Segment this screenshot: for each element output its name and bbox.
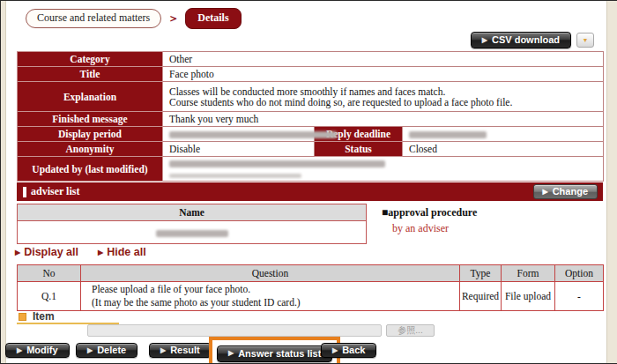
- adviser-name-table: Name: [17, 204, 367, 244]
- column-header-no: No: [18, 265, 81, 282]
- file-path-input[interactable]: [87, 324, 382, 337]
- table-row: Explanation Classes will be conducted mo…: [18, 82, 604, 112]
- row-label: Category: [18, 52, 163, 67]
- explanation-line: Classes will be conducted more smoothly …: [169, 86, 597, 97]
- column-header-type: Type: [460, 265, 502, 282]
- table-header-row: Name: [18, 204, 367, 221]
- finished-message-value: Thank you very much: [163, 112, 604, 127]
- approval-procedure: ■approval procedure by an adviser: [382, 206, 477, 235]
- item-section-header: Item: [19, 310, 55, 323]
- table-row: Title Face photo: [18, 67, 604, 82]
- column-header-form: Form: [502, 265, 555, 282]
- breadcrumb-parent[interactable]: Course and related matters: [26, 9, 161, 28]
- category-value: Other: [163, 52, 604, 67]
- table-row: Finished message Thank you very much: [18, 112, 604, 127]
- display-all-label: Display all: [24, 246, 78, 258]
- explanation-value: Classes will be conducted more smoothly …: [163, 82, 604, 112]
- page-margin-left: [1, 1, 6, 363]
- column-header-question: Question: [81, 265, 460, 282]
- approval-procedure-title: ■approval procedure: [382, 206, 477, 219]
- question-text: Please upload a file of your face photo.…: [81, 282, 460, 311]
- item-square-icon: [19, 313, 26, 321]
- approval-procedure-value: by an adviser: [392, 222, 477, 235]
- question-line: Please upload a file of your face photo.: [92, 283, 459, 296]
- row-label: Finished message: [18, 112, 163, 127]
- hide-all-link[interactable]: ▶ Hide all: [98, 246, 146, 258]
- table-row: [18, 221, 367, 244]
- column-header-option: Option: [555, 265, 604, 282]
- modify-button[interactable]: ▶ Modify: [5, 343, 70, 358]
- adviser-name-cell: [18, 221, 367, 244]
- change-button-label: Change: [553, 186, 588, 197]
- back-button-label: Back: [342, 345, 365, 355]
- status-value: Closed: [403, 142, 604, 157]
- redacted-value: [169, 131, 337, 138]
- back-button[interactable]: ▶ Back: [321, 343, 376, 358]
- change-button[interactable]: ▶ Change: [533, 184, 598, 199]
- page-margin-right: [606, 1, 617, 363]
- breadcrumb: Course and related matters ＞ Details: [26, 8, 242, 29]
- question-line: (It may be the same photo as your studen…: [92, 296, 459, 309]
- table-row: Anonymity Disable Status Closed: [18, 142, 604, 157]
- arrow-icon: ▶: [98, 249, 103, 256]
- table-row: Display period Reply deadline: [18, 127, 604, 142]
- chevron-down-icon: ▼: [583, 37, 589, 44]
- csv-dropdown-button[interactable]: ▼: [576, 33, 594, 48]
- result-button-label: Result: [170, 345, 200, 355]
- adviser-list-header: adviser list ▶ Change: [17, 182, 603, 201]
- row-label: Updated by (last modified): [18, 157, 163, 182]
- table-header-row: No Question Type Form Option: [18, 265, 604, 282]
- display-all-link[interactable]: ▶ Display all: [15, 246, 78, 258]
- redacted-value: [156, 230, 228, 237]
- row-label: Status: [315, 142, 403, 157]
- arrow-icon: ▶: [160, 346, 166, 354]
- arrow-icon: ▶: [87, 346, 93, 354]
- question-table: No Question Type Form Option Q.1 Please …: [17, 264, 604, 311]
- arrow-icon: ▶: [332, 346, 338, 354]
- arrow-icon: ▶: [482, 36, 487, 44]
- question-number: Q.1: [18, 282, 81, 311]
- answer-status-list-button[interactable]: ▶ Answer status list: [217, 345, 332, 362]
- browse-button[interactable]: 参照...: [386, 324, 435, 337]
- item-label: Item: [33, 310, 55, 323]
- question-type: Required: [460, 282, 502, 311]
- table-row: Q.1 Please upload a file of your face ph…: [18, 282, 604, 311]
- adviser-list-label: adviser list: [31, 185, 79, 198]
- anonymity-value: Disable: [163, 142, 315, 157]
- row-label: Title: [18, 67, 163, 82]
- arrow-icon: ▶: [17, 346, 22, 354]
- arrow-icon: ▶: [543, 188, 548, 196]
- approval-procedure-label: approval procedure: [388, 206, 477, 219]
- row-label: Anonymity: [18, 142, 163, 157]
- browse-button-label: 参照...: [398, 324, 422, 337]
- question-form: File upload: [502, 282, 555, 311]
- delete-button[interactable]: ▶ Delete: [76, 343, 138, 358]
- csv-download-button[interactable]: ▶ CSV download: [471, 32, 571, 48]
- redacted-value: [169, 174, 301, 178]
- breadcrumb-separator-icon: ＞: [167, 11, 179, 26]
- delete-button-label: Delete: [97, 345, 126, 355]
- csv-toolbar: ▶ CSV download ▼: [471, 32, 594, 48]
- row-label: Display period: [18, 127, 163, 142]
- display-period-value: [163, 127, 315, 142]
- redacted-value: [409, 131, 487, 138]
- table-row: Updated by (last modified): [18, 157, 604, 182]
- toggle-links: ▶ Display all ▶ Hide all: [15, 246, 146, 258]
- section-bar-icon: [23, 187, 26, 197]
- answer-status-list-label: Answer status list: [238, 348, 321, 359]
- table-row: Category Other: [18, 52, 604, 67]
- arrow-icon: ▶: [15, 249, 20, 256]
- name-column-header: Name: [18, 204, 367, 221]
- breadcrumb-current-details[interactable]: Details: [185, 8, 241, 29]
- reply-deadline-value: [403, 127, 604, 142]
- question-option: -: [555, 282, 604, 311]
- details-table: Category Other Title Face photo Explanat…: [17, 51, 604, 182]
- updated-by-value: [163, 157, 604, 182]
- arrow-icon: ▶: [228, 349, 234, 357]
- title-value: Face photo: [163, 67, 604, 82]
- csv-download-label: CSV download: [492, 34, 560, 45]
- page: { "icons": { "arrow": "▶", "dropdown": "…: [0, 0, 617, 364]
- adviser-list-title: adviser list: [23, 185, 79, 198]
- result-button[interactable]: ▶ Result: [149, 343, 212, 358]
- modify-button-label: Modify: [26, 345, 57, 355]
